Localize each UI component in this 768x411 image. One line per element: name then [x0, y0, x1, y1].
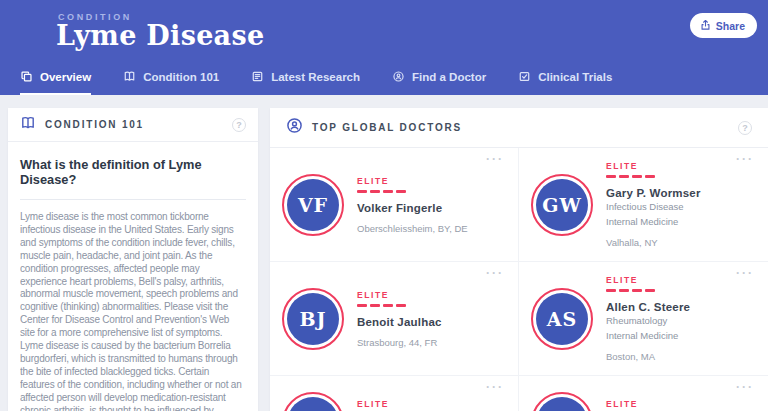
page-header: CONDITION Lyme Disease Share Overview: [0, 0, 768, 95]
elite-bar: [357, 304, 442, 307]
avatar: [531, 392, 593, 411]
book-icon: [20, 115, 36, 135]
avatar-initials: GW: [536, 179, 588, 231]
doctor-info: ELITE: [357, 399, 406, 411]
share-label: Share: [716, 20, 745, 32]
tab-overview[interactable]: Overview: [20, 70, 91, 95]
avatar: BJ: [282, 288, 344, 350]
avatar: AS: [531, 288, 593, 350]
avatar-initials: AS: [536, 293, 588, 345]
doctor-circle-icon: [286, 117, 303, 138]
share-icon: [700, 19, 711, 33]
avatar: [282, 392, 344, 411]
doctor-location: Strasbourg, 44, FR: [357, 337, 442, 348]
card-menu-icon[interactable]: [736, 380, 754, 394]
doctor-specialty: Rheumatology: [606, 315, 690, 328]
book-icon: [123, 70, 136, 83]
doctor-name[interactable]: Gary P. Wormser: [606, 187, 701, 199]
card-menu-icon[interactable]: [736, 152, 754, 166]
tab-latest-research[interactable]: Latest Research: [251, 70, 360, 95]
doctor-card[interactable]: AS ELITE Allen C. Steere Rheumatology In…: [519, 262, 768, 376]
share-button[interactable]: Share: [690, 13, 757, 38]
definition-question: What is the definition of Lyme Disease?: [20, 157, 246, 187]
top-doctors-panel: TOP GLOBAL DOCTORS ? VF ELITE Volker Fin…: [270, 108, 768, 411]
doctor-name[interactable]: Benoit Jaulhac: [357, 316, 442, 328]
doctor-card[interactable]: VF ELITE Volker Fingerle Oberschleisshei…: [270, 148, 519, 262]
overview-icon: [20, 70, 33, 83]
elite-bar: [357, 190, 468, 193]
doctor-specialty: Infectious Disease: [606, 201, 701, 214]
doctor-location: Valhalla, NY: [606, 237, 701, 248]
elite-badge: ELITE: [606, 399, 655, 409]
tab-label: Find a Doctor: [412, 71, 486, 83]
doctor-name[interactable]: Volker Fingerle: [357, 202, 468, 214]
tab-condition-101[interactable]: Condition 101: [123, 70, 219, 95]
doctor-info: ELITE Allen C. Steere Rheumatology Inter…: [606, 275, 690, 362]
avatar: GW: [531, 174, 593, 236]
doctor-info: ELITE Gary P. Wormser Infectious Disease…: [606, 161, 701, 248]
doctor-card[interactable]: BJ ELITE Benoit Jaulhac Strasbourg, 44, …: [270, 262, 519, 376]
doctor-card[interactable]: ELITE: [519, 376, 768, 411]
page-title: Lyme Disease: [56, 20, 264, 51]
doctor-card[interactable]: ELITE: [270, 376, 519, 411]
card-menu-icon[interactable]: [486, 152, 504, 166]
top-doctors-panel-header: TOP GLOBAL DOCTORS ?: [270, 108, 768, 148]
tab-label: Condition 101: [143, 71, 219, 83]
tab-bar: Overview Condition 101 Latest Research: [20, 70, 612, 95]
elite-bar: [606, 289, 690, 292]
elite-badge: ELITE: [606, 275, 690, 285]
elite-badge: ELITE: [357, 176, 468, 186]
doctor-name[interactable]: Allen C. Steere: [606, 301, 690, 313]
card-menu-icon[interactable]: [486, 266, 504, 280]
condition-101-body: What is the definition of Lyme Disease? …: [8, 142, 258, 411]
avatar-initials: VF: [287, 179, 339, 231]
elite-badge: ELITE: [357, 399, 406, 409]
clipboard-icon: [518, 70, 531, 83]
elite-badge: ELITE: [606, 161, 701, 171]
doctor-location: Boston, MA: [606, 351, 690, 362]
tab-label: Latest Research: [271, 71, 360, 83]
elite-bar: [606, 175, 701, 178]
news-icon: [251, 70, 264, 83]
doctor-icon: [392, 70, 405, 83]
doctor-card[interactable]: GW ELITE Gary P. Wormser Infectious Dise…: [519, 148, 768, 262]
tab-find-a-doctor[interactable]: Find a Doctor: [392, 70, 486, 95]
tab-label: Overview: [40, 71, 91, 83]
condition-101-panel-header: CONDITION 101 ?: [8, 108, 258, 142]
definition-text: Lyme disease is the most common tickborn…: [20, 211, 246, 411]
avatar: VF: [282, 174, 344, 236]
card-menu-icon[interactable]: [486, 380, 504, 394]
doctor-info: ELITE: [606, 399, 655, 411]
help-icon[interactable]: ?: [232, 118, 246, 132]
tab-clinical-trials[interactable]: Clinical Trials: [518, 70, 612, 95]
doctor-specialty: Internal Medicine: [606, 330, 690, 343]
panel-title: TOP GLOBAL DOCTORS: [312, 122, 462, 133]
panel-title: CONDITION 101: [45, 119, 144, 130]
avatar-initials: BJ: [287, 293, 339, 345]
doctor-location: Oberschleissheim, BY, DE: [357, 223, 468, 234]
tab-label: Clinical Trials: [538, 71, 612, 83]
elite-badge: ELITE: [357, 290, 442, 300]
doctor-grid: VF ELITE Volker Fingerle Oberschleisshei…: [270, 148, 768, 411]
doctor-info: ELITE Benoit Jaulhac Strasbourg, 44, FR: [357, 290, 442, 348]
help-icon[interactable]: ?: [738, 121, 752, 135]
condition-101-panel: CONDITION 101 ? What is the definition o…: [8, 108, 258, 411]
doctor-info: ELITE Volker Fingerle Oberschleissheim, …: [357, 176, 468, 234]
divider: [20, 199, 246, 200]
card-menu-icon[interactable]: [736, 266, 754, 280]
doctor-specialty: Internal Medicine: [606, 216, 701, 229]
